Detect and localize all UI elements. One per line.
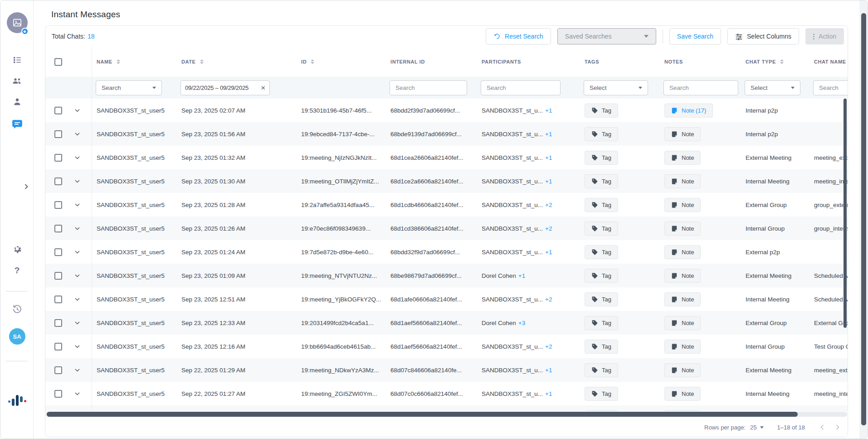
tag-button[interactable]: Tag (585, 174, 618, 188)
participants-more-link[interactable]: +1 (545, 107, 552, 114)
row-checkbox[interactable] (54, 248, 62, 256)
column-header-date[interactable]: DATE (177, 59, 297, 64)
chat-name-filter-input[interactable] (813, 80, 848, 95)
tags-filter-select[interactable]: Select (584, 80, 648, 95)
row-checkbox[interactable] (54, 272, 62, 280)
tag-button[interactable]: Tag (585, 316, 618, 330)
expand-row-icon[interactable] (74, 178, 81, 185)
expand-row-icon[interactable] (74, 296, 81, 303)
save-search-button[interactable]: Save Search (669, 28, 721, 44)
participants-more-link[interactable]: +1 (518, 272, 525, 279)
note-button[interactable]: Note (664, 292, 701, 306)
participants-more-link[interactable]: +1 (545, 178, 552, 185)
expand-row-icon[interactable] (74, 367, 81, 374)
expand-row-icon[interactable] (74, 225, 81, 232)
row-checkbox[interactable] (54, 130, 62, 138)
participants-filter-input[interactable] (481, 80, 561, 95)
participants-more-link[interactable]: +2 (545, 343, 552, 350)
sidebar-item-list[interactable] (0, 55, 34, 67)
column-header-id[interactable]: ID (297, 59, 386, 64)
tag-button[interactable]: Tag (585, 151, 618, 165)
previous-page-button[interactable] (819, 424, 826, 431)
expand-row-icon[interactable] (74, 320, 81, 326)
column-header-name[interactable]: NAME (92, 47, 177, 77)
row-checkbox[interactable] (54, 319, 62, 327)
row-checkbox[interactable] (54, 343, 62, 350)
tag-button[interactable]: Tag (585, 340, 618, 354)
participants-more-link[interactable]: +1 (545, 390, 552, 397)
workspace-avatar[interactable] (0, 12, 34, 33)
expand-row-icon[interactable] (74, 343, 81, 350)
sidebar-item-instant-messages[interactable] (0, 118, 34, 132)
sidebar-item-users[interactable] (0, 97, 34, 109)
action-button[interactable]: Action (805, 28, 844, 44)
sidebar-item-settings[interactable] (0, 244, 34, 256)
note-button[interactable]: Note (664, 340, 701, 354)
note-button[interactable]: Note (664, 245, 701, 259)
tag-button[interactable]: Tag (585, 269, 618, 283)
row-checkbox[interactable] (54, 107, 62, 114)
expand-row-icon[interactable] (74, 202, 81, 208)
sidebar-item-help[interactable]: ? (0, 266, 34, 276)
expand-row-icon[interactable] (74, 390, 81, 397)
saved-searches-dropdown[interactable]: Saved Searches (557, 28, 656, 44)
participants-more-link[interactable]: +1 (545, 154, 552, 161)
tag-button[interactable]: Tag (585, 104, 618, 118)
sidebar-expand-button[interactable] (0, 183, 34, 192)
tag-button[interactable]: Tag (585, 198, 618, 212)
sidebar-item-groups[interactable] (0, 76, 34, 88)
reset-search-button[interactable]: Reset Search (486, 28, 551, 44)
row-checkbox[interactable] (54, 366, 62, 374)
chat-type-filter-select[interactable]: Select (745, 80, 800, 95)
participants-more-link[interactable]: +1 (545, 249, 552, 256)
tag-button[interactable]: Tag (585, 292, 618, 306)
participants-more-link[interactable]: +1 (545, 367, 552, 374)
note-button[interactable]: Note (664, 198, 701, 212)
note-button[interactable]: Note (664, 269, 701, 283)
rows-per-page-select[interactable]: 25 (750, 424, 763, 431)
select-columns-button[interactable]: Select Columns (727, 28, 799, 44)
sidebar-item-history[interactable] (0, 304, 34, 316)
name-filter-select[interactable]: Search (96, 80, 162, 95)
tag-button[interactable]: Tag (585, 387, 618, 401)
vertical-scrollbar[interactable] (844, 99, 847, 328)
window-scrollbar-track[interactable] (859, 0, 868, 439)
row-checkbox[interactable] (54, 178, 62, 185)
user-avatar[interactable]: SA (0, 328, 34, 345)
row-checkbox[interactable] (54, 225, 62, 232)
participants-more-link[interactable]: +1 (545, 131, 552, 138)
tag-button[interactable]: Tag (585, 127, 618, 141)
note-button[interactable]: Note (664, 410, 701, 412)
participants-more-link[interactable]: +2 (545, 225, 552, 232)
note-button[interactable]: Note (664, 316, 701, 330)
horizontal-scrollbar-track[interactable] (46, 412, 847, 417)
tag-button[interactable]: Tag (585, 245, 618, 259)
note-button[interactable]: Note (664, 127, 701, 141)
expand-row-icon[interactable] (74, 131, 81, 138)
note-button[interactable]: Note (664, 151, 701, 165)
note-button[interactable]: Note (664, 174, 701, 188)
internal-id-filter-input[interactable] (390, 80, 467, 95)
participants-more-link[interactable]: +3 (518, 320, 525, 326)
next-page-button[interactable] (834, 424, 841, 431)
tag-button[interactable]: Tag (585, 363, 618, 377)
note-button[interactable]: Note (17) (664, 104, 713, 118)
expand-row-icon[interactable] (74, 107, 81, 114)
participants-more-link[interactable]: +2 (545, 202, 552, 208)
column-header-chat-type[interactable]: CHAT TYPE (741, 59, 809, 64)
column-header-chat-name[interactable]: CHAT NAME (809, 59, 848, 64)
tag-button[interactable]: Tag (585, 410, 618, 412)
note-button[interactable]: Note (664, 363, 701, 377)
horizontal-scrollbar-thumb[interactable] (47, 412, 798, 417)
row-checkbox[interactable] (54, 201, 62, 209)
participants-more-link[interactable]: +2 (545, 296, 552, 303)
clear-date-icon[interactable]: × (261, 84, 265, 92)
note-button[interactable]: Note (664, 387, 701, 401)
window-scrollbar-thumb[interactable] (861, 13, 866, 425)
notes-filter-input[interactable] (663, 80, 738, 95)
expand-row-icon[interactable] (74, 154, 81, 161)
row-checkbox[interactable] (54, 296, 62, 303)
row-checkbox[interactable] (54, 154, 62, 162)
tag-button[interactable]: Tag (585, 222, 618, 236)
date-range-filter[interactable]: 09/22/2025 – 09/29/2025 × (180, 80, 270, 95)
